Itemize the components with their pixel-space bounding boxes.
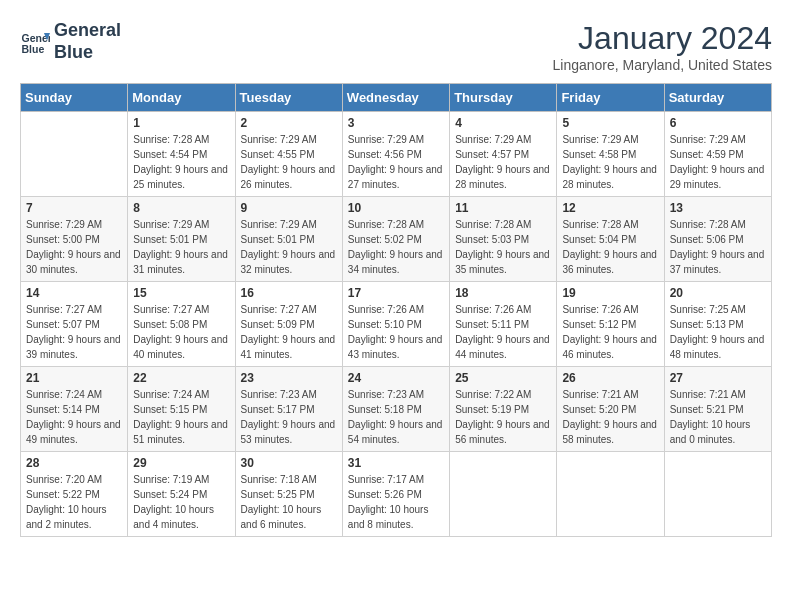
day-info: Sunrise: 7:29 AMSunset: 5:01 PMDaylight:… (241, 217, 337, 277)
calendar-cell: 7Sunrise: 7:29 AMSunset: 5:00 PMDaylight… (21, 197, 128, 282)
calendar-cell: 23Sunrise: 7:23 AMSunset: 5:17 PMDayligh… (235, 367, 342, 452)
day-number: 19 (562, 286, 658, 300)
day-number: 10 (348, 201, 444, 215)
calendar-cell: 11Sunrise: 7:28 AMSunset: 5:03 PMDayligh… (450, 197, 557, 282)
calendar-cell: 27Sunrise: 7:21 AMSunset: 5:21 PMDayligh… (664, 367, 771, 452)
day-info: Sunrise: 7:29 AMSunset: 5:00 PMDaylight:… (26, 217, 122, 277)
day-number: 28 (26, 456, 122, 470)
day-info: Sunrise: 7:29 AMSunset: 4:57 PMDaylight:… (455, 132, 551, 192)
calendar-cell: 17Sunrise: 7:26 AMSunset: 5:10 PMDayligh… (342, 282, 449, 367)
calendar-cell: 18Sunrise: 7:26 AMSunset: 5:11 PMDayligh… (450, 282, 557, 367)
day-header-saturday: Saturday (664, 84, 771, 112)
day-info: Sunrise: 7:28 AMSunset: 5:06 PMDaylight:… (670, 217, 766, 277)
day-number: 26 (562, 371, 658, 385)
day-number: 29 (133, 456, 229, 470)
day-number: 7 (26, 201, 122, 215)
calendar-cell: 5Sunrise: 7:29 AMSunset: 4:58 PMDaylight… (557, 112, 664, 197)
calendar-cell: 21Sunrise: 7:24 AMSunset: 5:14 PMDayligh… (21, 367, 128, 452)
calendar-subtitle: Linganore, Maryland, United States (553, 57, 772, 73)
calendar-cell: 28Sunrise: 7:20 AMSunset: 5:22 PMDayligh… (21, 452, 128, 537)
calendar-cell: 13Sunrise: 7:28 AMSunset: 5:06 PMDayligh… (664, 197, 771, 282)
page-header: General Blue General Blue January 2024 L… (20, 20, 772, 73)
calendar-cell: 3Sunrise: 7:29 AMSunset: 4:56 PMDaylight… (342, 112, 449, 197)
day-number: 3 (348, 116, 444, 130)
day-info: Sunrise: 7:20 AMSunset: 5:22 PMDaylight:… (26, 472, 122, 532)
day-number: 9 (241, 201, 337, 215)
day-info: Sunrise: 7:22 AMSunset: 5:19 PMDaylight:… (455, 387, 551, 447)
logo-icon: General Blue (20, 27, 50, 57)
calendar-cell: 19Sunrise: 7:26 AMSunset: 5:12 PMDayligh… (557, 282, 664, 367)
day-number: 22 (133, 371, 229, 385)
day-number: 21 (26, 371, 122, 385)
day-header-wednesday: Wednesday (342, 84, 449, 112)
day-header-thursday: Thursday (450, 84, 557, 112)
day-number: 31 (348, 456, 444, 470)
day-number: 13 (670, 201, 766, 215)
calendar-cell: 10Sunrise: 7:28 AMSunset: 5:02 PMDayligh… (342, 197, 449, 282)
calendar-cell: 24Sunrise: 7:23 AMSunset: 5:18 PMDayligh… (342, 367, 449, 452)
calendar-title: January 2024 (553, 20, 772, 57)
day-info: Sunrise: 7:28 AMSunset: 5:03 PMDaylight:… (455, 217, 551, 277)
day-info: Sunrise: 7:28 AMSunset: 5:04 PMDaylight:… (562, 217, 658, 277)
calendar-cell: 20Sunrise: 7:25 AMSunset: 5:13 PMDayligh… (664, 282, 771, 367)
day-header-tuesday: Tuesday (235, 84, 342, 112)
day-header-monday: Monday (128, 84, 235, 112)
calendar-cell: 8Sunrise: 7:29 AMSunset: 5:01 PMDaylight… (128, 197, 235, 282)
logo: General Blue General Blue (20, 20, 121, 63)
day-info: Sunrise: 7:28 AMSunset: 4:54 PMDaylight:… (133, 132, 229, 192)
calendar-cell (21, 112, 128, 197)
day-info: Sunrise: 7:27 AMSunset: 5:08 PMDaylight:… (133, 302, 229, 362)
day-info: Sunrise: 7:24 AMSunset: 5:14 PMDaylight:… (26, 387, 122, 447)
day-number: 2 (241, 116, 337, 130)
calendar-cell: 6Sunrise: 7:29 AMSunset: 4:59 PMDaylight… (664, 112, 771, 197)
calendar-week-4: 21Sunrise: 7:24 AMSunset: 5:14 PMDayligh… (21, 367, 772, 452)
calendar-cell: 2Sunrise: 7:29 AMSunset: 4:55 PMDaylight… (235, 112, 342, 197)
calendar-cell: 26Sunrise: 7:21 AMSunset: 5:20 PMDayligh… (557, 367, 664, 452)
calendar-week-5: 28Sunrise: 7:20 AMSunset: 5:22 PMDayligh… (21, 452, 772, 537)
day-info: Sunrise: 7:17 AMSunset: 5:26 PMDaylight:… (348, 472, 444, 532)
calendar-cell: 12Sunrise: 7:28 AMSunset: 5:04 PMDayligh… (557, 197, 664, 282)
logo-text: General Blue (54, 20, 121, 63)
day-number: 5 (562, 116, 658, 130)
calendar-week-1: 1Sunrise: 7:28 AMSunset: 4:54 PMDaylight… (21, 112, 772, 197)
svg-text:Blue: Blue (22, 43, 45, 55)
day-number: 12 (562, 201, 658, 215)
title-area: January 2024 Linganore, Maryland, United… (553, 20, 772, 73)
day-number: 16 (241, 286, 337, 300)
day-number: 14 (26, 286, 122, 300)
day-info: Sunrise: 7:26 AMSunset: 5:12 PMDaylight:… (562, 302, 658, 362)
calendar-week-3: 14Sunrise: 7:27 AMSunset: 5:07 PMDayligh… (21, 282, 772, 367)
day-info: Sunrise: 7:19 AMSunset: 5:24 PMDaylight:… (133, 472, 229, 532)
day-number: 27 (670, 371, 766, 385)
calendar-cell: 29Sunrise: 7:19 AMSunset: 5:24 PMDayligh… (128, 452, 235, 537)
calendar-week-2: 7Sunrise: 7:29 AMSunset: 5:00 PMDaylight… (21, 197, 772, 282)
day-info: Sunrise: 7:21 AMSunset: 5:21 PMDaylight:… (670, 387, 766, 447)
calendar-cell (557, 452, 664, 537)
day-info: Sunrise: 7:26 AMSunset: 5:10 PMDaylight:… (348, 302, 444, 362)
calendar-cell: 31Sunrise: 7:17 AMSunset: 5:26 PMDayligh… (342, 452, 449, 537)
day-info: Sunrise: 7:23 AMSunset: 5:18 PMDaylight:… (348, 387, 444, 447)
calendar-cell: 4Sunrise: 7:29 AMSunset: 4:57 PMDaylight… (450, 112, 557, 197)
calendar-cell (664, 452, 771, 537)
day-number: 23 (241, 371, 337, 385)
day-info: Sunrise: 7:28 AMSunset: 5:02 PMDaylight:… (348, 217, 444, 277)
day-number: 11 (455, 201, 551, 215)
day-number: 8 (133, 201, 229, 215)
calendar-cell: 14Sunrise: 7:27 AMSunset: 5:07 PMDayligh… (21, 282, 128, 367)
calendar-cell: 1Sunrise: 7:28 AMSunset: 4:54 PMDaylight… (128, 112, 235, 197)
day-info: Sunrise: 7:29 AMSunset: 4:58 PMDaylight:… (562, 132, 658, 192)
day-number: 4 (455, 116, 551, 130)
day-info: Sunrise: 7:23 AMSunset: 5:17 PMDaylight:… (241, 387, 337, 447)
day-number: 17 (348, 286, 444, 300)
calendar-cell: 30Sunrise: 7:18 AMSunset: 5:25 PMDayligh… (235, 452, 342, 537)
day-header-friday: Friday (557, 84, 664, 112)
day-info: Sunrise: 7:21 AMSunset: 5:20 PMDaylight:… (562, 387, 658, 447)
calendar-cell: 16Sunrise: 7:27 AMSunset: 5:09 PMDayligh… (235, 282, 342, 367)
calendar-cell (450, 452, 557, 537)
calendar-cell: 9Sunrise: 7:29 AMSunset: 5:01 PMDaylight… (235, 197, 342, 282)
day-info: Sunrise: 7:18 AMSunset: 5:25 PMDaylight:… (241, 472, 337, 532)
day-number: 20 (670, 286, 766, 300)
day-info: Sunrise: 7:27 AMSunset: 5:09 PMDaylight:… (241, 302, 337, 362)
day-number: 1 (133, 116, 229, 130)
day-number: 18 (455, 286, 551, 300)
